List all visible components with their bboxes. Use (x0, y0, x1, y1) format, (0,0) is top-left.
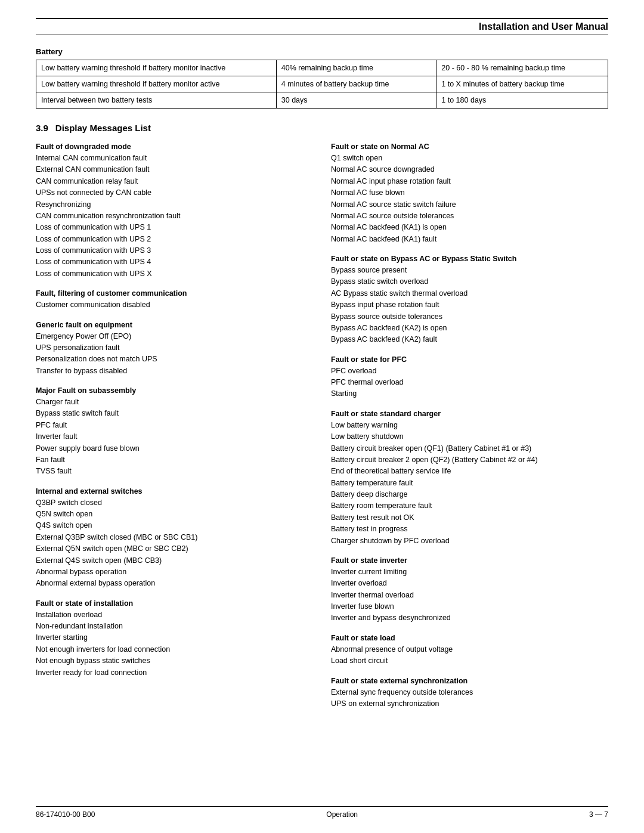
fault-item: Normal AC backfeed (KA1) is open (331, 222, 608, 233)
fault-item: Emergency Power Off (EPO) (36, 331, 313, 342)
fault-item: Personalization does not match UPS (36, 354, 313, 365)
fault-group-title: Fault or state for PFC (331, 355, 608, 364)
fault-group-title: Fault or state of installation (36, 599, 313, 608)
header-title: Installation and User Manual (479, 21, 608, 32)
fault-item: Charger shutdown by PFC overload (331, 535, 608, 547)
battery-cell-2-1: 30 days (276, 92, 436, 109)
fault-group-title: Fault or state load (331, 634, 608, 642)
fault-item: Battery test in progress (331, 524, 608, 535)
fault-group: Fault or state standard chargerLow batte… (331, 410, 608, 547)
battery-cell-0-0: Low battery warning threshold if battery… (36, 60, 277, 76)
fault-item: Not enough inverters for load connection (36, 644, 313, 655)
fault-item: Installation overload (36, 609, 313, 621)
fault-item: CAN communication resynchronization faul… (36, 210, 313, 222)
fault-item: Load short circuit (331, 655, 608, 667)
fault-item: Non-redundant installation (36, 621, 313, 632)
fault-item: Charger fault (36, 397, 313, 408)
fault-item: Normal AC source downgraded (331, 164, 608, 175)
fault-item: Transfer to bypass disabled (36, 366, 313, 377)
fault-group-title: Fault, filtering of customer communicati… (36, 289, 313, 298)
fault-item: AC Bypass static switch thermal overload (331, 288, 608, 299)
footer-center: Operation (326, 810, 358, 819)
fault-item: TVSS fault (36, 466, 313, 477)
left-column: Fault of downgraded modeInternal CAN com… (36, 143, 313, 719)
battery-cell-1-1: 4 minutes of battery backup time (276, 76, 436, 92)
section-number: 3.9 (36, 123, 48, 133)
fault-item: Inverter fuse blown (331, 601, 608, 612)
fault-group: Major Fault on subassemblyCharger faultB… (36, 386, 313, 478)
battery-table: Low battery warning threshold if battery… (36, 60, 608, 109)
fault-item: Abnormal bypass operation (36, 566, 313, 578)
fault-item: Low battery shutdown (331, 431, 608, 442)
fault-item: Inverter starting (36, 632, 313, 643)
battery-label: Battery (36, 47, 608, 56)
fault-group: Fault or state on Bypass AC or Bypass St… (331, 255, 608, 346)
fault-item: Q3BP switch closed (36, 497, 313, 509)
fault-group-title: Fault of downgraded mode (36, 143, 313, 151)
fault-item: External CAN communication fault (36, 164, 313, 175)
footer-right: 3 — 7 (589, 810, 608, 819)
battery-cell-1-2: 1 to X minutes of battery backup time (436, 76, 608, 92)
fault-item: UPS personalization fault (36, 342, 313, 354)
fault-item: PFC fault (36, 420, 313, 431)
fault-item: Bypass source outside tolerances (331, 311, 608, 323)
fault-item: Battery circuit breaker 2 open (QF2) (Ba… (331, 454, 608, 466)
fault-item: Bypass source present (331, 265, 608, 276)
header-bar: Installation and User Manual (36, 18, 608, 35)
fault-group: Fault, filtering of customer communicati… (36, 289, 313, 311)
fault-group: Generic fault on equipmentEmergency Powe… (36, 321, 313, 377)
fault-group: Fault or state of installationInstallati… (36, 599, 313, 679)
fault-item: Inverter current limiting (331, 566, 608, 578)
fault-item: UPSs not connected by CAN cable (36, 187, 313, 199)
fault-item: Bypass static switch fault (36, 408, 313, 419)
fault-item: CAN communication relay fault (36, 176, 313, 187)
fault-item: Abnormal external bypass operation (36, 578, 313, 589)
fault-item: Bypass static switch overload (331, 276, 608, 287)
battery-cell-2-0: Interval between two battery tests (36, 92, 277, 109)
fault-group: Fault or state for PFCPFC overloadPFC th… (331, 355, 608, 400)
fault-item: UPS on external synchronization (331, 698, 608, 710)
fault-group-title: Internal and external switches (36, 487, 313, 496)
fault-item: Normal AC backfeed (KA1) fault (331, 234, 608, 245)
fault-item: Battery temperature fault (331, 478, 608, 489)
fault-item: Power supply board fuse blown (36, 443, 313, 454)
battery-row: Low battery warning threshold if battery… (36, 60, 608, 76)
fault-item: Battery circuit breaker open (QF1) (Batt… (331, 443, 608, 454)
fault-item: Fan fault (36, 454, 313, 466)
battery-row: Interval between two battery tests30 day… (36, 92, 608, 109)
section-title: 3.9Display Messages List (36, 123, 608, 133)
fault-item: Loss of communication with UPS 3 (36, 245, 313, 256)
battery-section: Battery Low battery warning threshold if… (36, 47, 608, 109)
fault-item: Loss of communication with UPS X (36, 268, 313, 280)
fault-group: Fault or state external synchronizationE… (331, 677, 608, 710)
fault-item: Bypass AC backfeed (KA2) fault (331, 334, 608, 345)
fault-item: Battery deep discharge (331, 489, 608, 500)
fault-item: Bypass input phase rotation fault (331, 299, 608, 311)
fault-item: External Q3BP switch closed (MBC or SBC … (36, 532, 313, 543)
fault-item: External Q5N switch open (MBC or SBC CB2… (36, 543, 313, 555)
fault-item: Bypass AC backfeed (KA2) is open (331, 323, 608, 334)
fault-item: PFC overload (331, 366, 608, 377)
two-column-layout: Fault of downgraded modeInternal CAN com… (36, 143, 608, 719)
fault-item: Normal AC input phase rotation fault (331, 176, 608, 187)
right-column: Fault or state on Normal ACQ1 switch ope… (331, 143, 608, 719)
footer: 86-174010-00 B00 Operation 3 — 7 (36, 806, 608, 819)
fault-item: Inverter fault (36, 431, 313, 442)
fault-group-title: Major Fault on subassembly (36, 386, 313, 395)
fault-item: Normal AC fuse blown (331, 187, 608, 199)
fault-item: External Q4S switch open (MBC CB3) (36, 555, 313, 566)
fault-item: Low battery warning (331, 420, 608, 431)
fault-item: Battery test result not OK (331, 512, 608, 524)
page: Installation and User Manual Battery Low… (0, 0, 644, 833)
fault-item: Not enough bypass static switches (36, 655, 313, 667)
fault-item: Abnormal presence of output voltage (331, 644, 608, 655)
fault-group-title: Fault or state inverter (331, 556, 608, 565)
fault-item: Q1 switch open (331, 153, 608, 164)
fault-group: Fault or state loadAbnormal presence of … (331, 634, 608, 667)
fault-item: End of theoretical battery service life (331, 466, 608, 477)
battery-cell-1-0: Low battery warning threshold if battery… (36, 76, 277, 92)
fault-item: Q5N switch open (36, 509, 313, 520)
fault-item: Starting (331, 388, 608, 400)
fault-group-title: Generic fault on equipment (36, 321, 313, 329)
fault-item: Battery room temperature fault (331, 500, 608, 512)
